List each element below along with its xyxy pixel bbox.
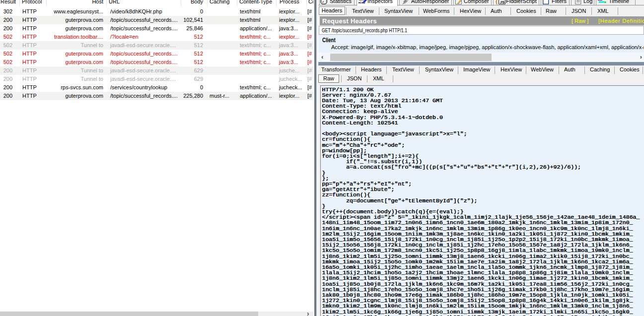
svg-text:JS: JS (500, 0, 505, 4)
svg-text:{: { (496, 0, 498, 4)
